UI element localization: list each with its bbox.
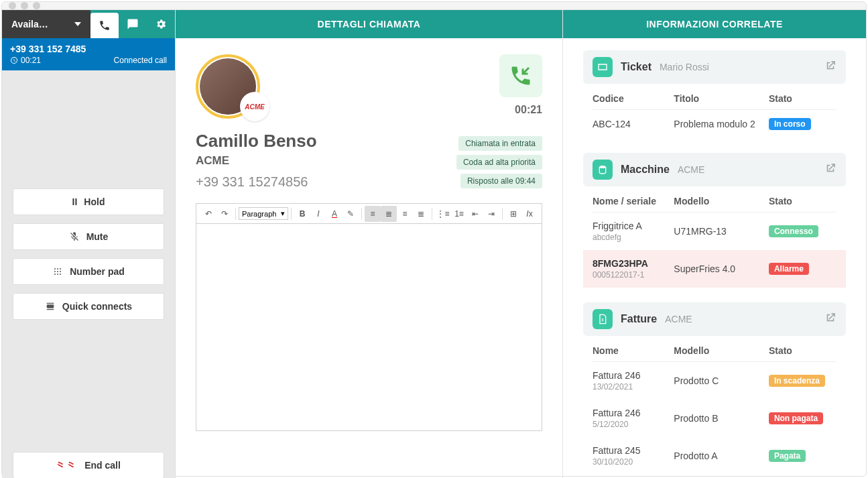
svg-point-7 xyxy=(57,274,58,275)
svg-point-3 xyxy=(54,271,56,272)
number-list-button[interactable]: 1≡ xyxy=(451,206,467,222)
bullet-list-button[interactable]: ⋮≡ xyxy=(435,206,451,222)
caller-phone: +39 331 15274856 xyxy=(196,174,317,190)
window-min-icon[interactable] xyxy=(21,2,28,9)
align-left-button[interactable]: ≡ xyxy=(365,206,381,222)
status-badge: Non pagata xyxy=(769,412,823,424)
align-justify-button[interactable]: ≣ xyxy=(413,206,429,222)
paragraph-select[interactable]: Paragraph▾ xyxy=(239,207,288,220)
mute-button[interactable]: Mute xyxy=(13,223,164,250)
action-buttons: II Hold Mute Number pad Quick connects xyxy=(13,188,164,320)
dialpad-icon xyxy=(52,266,63,277)
main: Availa… +39 331 152 7485 xyxy=(2,10,866,478)
table-row[interactable]: Friggitrice Aabcdefg U71MRG-13 Connesso xyxy=(593,213,836,250)
machines-sub: ACME xyxy=(678,164,704,175)
invoices-card-header: $ Fatture ACME xyxy=(583,302,846,336)
call-duration: 00:21 xyxy=(10,56,41,65)
window-close-icon[interactable] xyxy=(9,2,16,9)
svg-point-1 xyxy=(57,268,58,270)
tab-chat[interactable] xyxy=(119,10,147,38)
align-center-button[interactable]: ≣ xyxy=(381,206,397,222)
svg-point-4 xyxy=(57,271,58,272)
mute-label: Mute xyxy=(86,231,109,242)
table-row[interactable]: ABC-124 Problema modulo 2 In corso xyxy=(593,110,836,138)
special-char-button[interactable]: Ix xyxy=(521,206,538,222)
outdent-button[interactable]: ⇤ xyxy=(467,206,483,222)
incoming-call-box xyxy=(499,54,542,97)
ticket-title: Ticket xyxy=(621,61,652,73)
status-badge: In corso xyxy=(769,118,811,130)
sidebar: Availa… +39 331 152 7485 xyxy=(2,10,176,478)
tab-phone[interactable] xyxy=(90,13,119,38)
right-body: Ticket Mario Rossi Codice Titolo Stato xyxy=(563,38,866,478)
chevron-down-icon: ▾ xyxy=(281,209,285,218)
svg-point-8 xyxy=(60,274,61,275)
color-button[interactable]: A xyxy=(326,206,343,222)
invoices-card: $ Fatture ACME Nome Modello Stato xyxy=(583,302,846,477)
align-right-button[interactable]: ≡ xyxy=(397,206,413,222)
open-external-icon[interactable] xyxy=(824,60,836,74)
ticket-icon xyxy=(593,57,613,77)
table-row[interactable]: Fattura 2465/12/2020 Prodotto B Non paga… xyxy=(593,400,836,437)
avatar-wrap: ACME xyxy=(196,54,260,119)
end-call-label: End call xyxy=(84,460,121,471)
gear-icon xyxy=(155,18,167,30)
redo-button[interactable]: ↷ xyxy=(216,206,233,222)
center-header: DETTAGLI CHIAMATA xyxy=(176,10,562,38)
chevron-down-icon xyxy=(74,22,81,26)
ticket-table-head: Codice Titolo Stato xyxy=(593,86,836,110)
quick-label: Quick connects xyxy=(62,301,132,312)
open-external-icon[interactable] xyxy=(824,312,836,326)
tab-settings[interactable] xyxy=(147,10,175,38)
mic-off-icon xyxy=(69,231,80,242)
call-tags: Chiamata in entrata Coda ad alta priorit… xyxy=(456,136,542,188)
table-row[interactable]: Fattura 24613/02/2021 Prodotto C In scad… xyxy=(593,362,836,400)
call-info: +39 331 152 7485 00:21 Connected call xyxy=(2,38,175,70)
table-row[interactable]: 8FMG23HPA0005122017-1 SuperFries 4.0 All… xyxy=(583,250,846,288)
end-call-icon: ⺀⺀ xyxy=(56,459,78,471)
highlight-button[interactable]: ✎ xyxy=(343,206,359,222)
caller-number: +39 331 152 7485 xyxy=(10,44,167,54)
center-panel: DETTAGLI CHIAMATA ACME Camillo Benso ACM… xyxy=(176,10,563,478)
svg-point-5 xyxy=(60,271,61,272)
invoices-title: Fatture xyxy=(621,313,657,325)
hold-button[interactable]: II Hold xyxy=(13,188,164,215)
phone-icon xyxy=(99,19,111,32)
invoices-table: Nome Modello Stato Fattura 24613/02/2021… xyxy=(583,336,846,477)
contacts-icon xyxy=(45,301,56,312)
duration-text: 00:21 xyxy=(21,56,41,65)
indent-button[interactable]: ⇥ xyxy=(483,206,499,222)
status-badge: In scadenza xyxy=(769,375,825,387)
editor-textarea[interactable] xyxy=(196,224,542,430)
numpad-button[interactable]: Number pad xyxy=(13,258,164,285)
open-external-icon[interactable] xyxy=(824,162,836,177)
status-select[interactable]: Availa… xyxy=(2,10,90,38)
status-badge: Connesso xyxy=(769,225,818,237)
machines-card-header: Macchine ACME xyxy=(583,153,846,186)
italic-button[interactable]: I xyxy=(310,206,326,222)
status-badge: Pagata xyxy=(769,450,806,462)
machines-card: Macchine ACME Nome / seriale Modello Sta… xyxy=(583,153,846,290)
hold-label: Hold xyxy=(84,196,105,207)
svg-point-6 xyxy=(54,274,56,275)
invoices-sub: ACME xyxy=(665,314,692,324)
pause-icon: II xyxy=(72,196,78,207)
numpad-label: Number pad xyxy=(70,266,125,277)
quick-connects-button[interactable]: Quick connects xyxy=(13,293,164,320)
svg-text:$: $ xyxy=(602,318,604,322)
window: Availa… +39 331 152 7485 xyxy=(1,1,867,477)
bold-button[interactable]: B xyxy=(294,206,310,222)
tag-incoming: Chiamata in entrata xyxy=(458,136,542,151)
svg-point-2 xyxy=(60,268,61,270)
table-button[interactable]: ⊞ xyxy=(505,206,521,222)
invoice-icon: $ xyxy=(593,309,613,329)
clock-icon xyxy=(10,56,18,64)
table-row[interactable]: Fattura 24530/10/2020 Prodotto A Pagata xyxy=(593,437,836,475)
tag-answered: Risposto alle 09:44 xyxy=(460,174,542,188)
undo-button[interactable]: ↶ xyxy=(200,206,216,222)
status-label: Availa… xyxy=(11,19,48,29)
status-badge: Allarme xyxy=(769,263,809,275)
end-call-button[interactable]: ⺀⺀ End call xyxy=(13,452,164,478)
window-max-icon[interactable] xyxy=(33,2,40,9)
call-status-column: 00:21 Chiamata in entrata Coda ad alta p… xyxy=(456,54,542,190)
